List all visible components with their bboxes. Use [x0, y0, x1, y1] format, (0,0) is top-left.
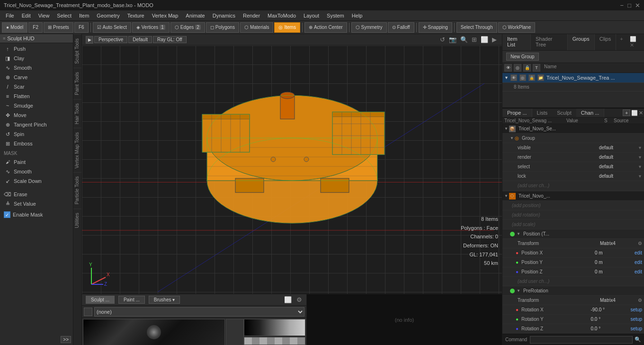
expand-arrow-main[interactable]: ▼ — [504, 75, 509, 80]
sculpt-tab-btn[interactable]: Sculpt ... — [86, 296, 115, 304]
rot-y-setup-link[interactable]: setup — [631, 317, 642, 322]
prop-row-add-pos[interactable]: (add position) — [502, 201, 644, 210]
viewport-zoom-btn[interactable]: 🔍 — [459, 36, 469, 43]
workplane-btn[interactable]: ⬡ WorkPlane — [498, 22, 536, 33]
menu-dynamics[interactable]: Dynamics — [209, 10, 239, 20]
brushes-tab-btn[interactable]: Brushes ▾ — [149, 296, 180, 304]
props-tab-prope[interactable]: Prope ... — [502, 109, 532, 117]
item-row-main[interactable]: ▼ 👁 ◎ 🔒 📁 Tricel_Novo_Sewage_Trea ... — [502, 73, 644, 83]
dropdown-arrow-render[interactable]: ▼ — [638, 155, 642, 160]
tool-move[interactable]: Move — [0, 110, 73, 120]
dropdown-arrow-lock[interactable]: ▼ — [638, 174, 642, 179]
mode-f2-btn[interactable]: F2 — [28, 22, 43, 33]
props-expand-btn[interactable]: ⬜ — [631, 109, 638, 116]
viewport-expand-btn[interactable]: ▶ — [491, 36, 498, 43]
tool-paint[interactable]: Paint — [0, 157, 73, 167]
tab-groups[interactable]: Groups — [568, 34, 595, 50]
prop-row-transform[interactable]: Transform Matrix4 ⚙ — [502, 239, 644, 248]
new-group-btn[interactable]: New Group — [506, 53, 539, 61]
tab-clips[interactable]: Clips — [595, 34, 616, 50]
viewport-maximize-btn[interactable]: ⬜ — [479, 36, 490, 43]
tool-emboss[interactable]: Emboss — [0, 139, 73, 148]
prop-row-lock[interactable]: lock default ▼ — [502, 172, 644, 181]
prop-row-rot-y[interactable]: ● Rotation Y 0.0 ° setup — [502, 315, 644, 324]
tool-scale-down[interactable]: Scale Down — [0, 176, 73, 186]
pos-z-edit-link[interactable]: edit — [635, 269, 642, 274]
brush-dropdown[interactable]: (none) — [94, 307, 304, 317]
tool-smudge[interactable]: Smudge — [0, 101, 73, 110]
tool-scar[interactable]: Scar — [0, 82, 73, 91]
more-tools-btn[interactable]: >> — [61, 336, 71, 343]
maximize-btn[interactable]: □ — [627, 2, 631, 9]
minimize-btn[interactable]: − — [620, 2, 624, 9]
menu-select[interactable]: Select — [53, 10, 75, 20]
gear-icon-transform2[interactable]: ⚙ — [638, 298, 642, 303]
expand-right-panel[interactable]: ⬜ ✕ — [627, 34, 644, 50]
perspective-btn[interactable]: Perspective — [94, 36, 127, 43]
style-btn[interactable]: Default — [128, 36, 152, 43]
bottom-settings-btn[interactable]: ⚙ — [295, 296, 304, 303]
props-tab-sculpt[interactable]: Sculpt — [552, 109, 576, 117]
dropdown-arrow-select[interactable]: ▼ — [638, 164, 642, 169]
prop-row-add-user[interactable]: (add user ch...) — [502, 181, 644, 191]
enable-mask-checkbox[interactable]: ✓ — [4, 211, 10, 218]
prop-row-add-rot[interactable]: (add rotation) — [502, 210, 644, 220]
prop-row-select[interactable]: select default ▼ — [502, 162, 644, 172]
bottom-expand-btn[interactable]: ⬜ — [283, 296, 293, 303]
props-add-btn[interactable]: + — [623, 109, 630, 116]
auto-select-btn[interactable]: ☑ Auto Select — [93, 22, 131, 33]
polygons-btn[interactable]: ◻ Polygons — [206, 22, 239, 33]
prop-row-transform2[interactable]: Transform Matrix4 ⚙ — [502, 296, 644, 305]
gear-icon-transform[interactable]: ⚙ — [638, 241, 642, 246]
tool-carve[interactable]: Carve — [0, 73, 73, 82]
eye-icon-main[interactable]: 👁 — [510, 74, 517, 81]
rot-z-setup-link[interactable]: setup — [631, 326, 642, 331]
side-tab-hair-tools[interactable]: Hair Tools — [73, 99, 81, 128]
tool-push[interactable]: Push — [0, 44, 73, 54]
falloff-btn[interactable]: ⊙ Falloff — [388, 22, 414, 33]
snapping-btn[interactable]: ✛ Snapping — [419, 22, 452, 33]
add-tab-btn[interactable]: + — [616, 34, 626, 50]
prop-row-rot-z[interactable]: ● Rotation Z 0.0 ° setup — [502, 324, 644, 334]
tool-smooth-2[interactable]: Smooth — [0, 167, 73, 176]
menu-texture[interactable]: Texture — [124, 10, 148, 20]
tool-flatten[interactable]: Flatten — [0, 91, 73, 101]
tool-smooth-1[interactable]: Smooth — [0, 63, 73, 73]
close-btn[interactable]: ✕ — [635, 2, 640, 9]
lock-icon-main[interactable]: 🔒 — [528, 74, 535, 81]
prop-row-render[interactable]: render default ▼ — [502, 153, 644, 162]
prop-row-root[interactable]: ▼ 📦 Tricel_Novo_Se... — [502, 124, 644, 134]
tool-clay[interactable]: Clay — [0, 54, 73, 63]
menu-geometry[interactable]: Geometry — [93, 10, 123, 20]
items-btn[interactable]: ◎ Items — [274, 22, 300, 33]
mode-model-btn[interactable]: ● Model — [2, 22, 27, 33]
edges-btn[interactable]: ⬡ Edges 2 — [170, 22, 205, 33]
rot-x-setup-link[interactable]: setup — [631, 307, 642, 312]
menu-edit[interactable]: Edit — [18, 10, 35, 20]
tab-shader-tree[interactable]: Shader Tree — [531, 34, 568, 50]
menu-item[interactable]: Item — [75, 10, 93, 20]
mode-presets-btn[interactable]: ⊞ Presets — [44, 22, 73, 33]
menu-help[interactable]: Help — [348, 10, 367, 20]
render-icon-main[interactable]: ◎ — [519, 74, 526, 81]
props-tab-chan[interactable]: Chan ... — [576, 109, 605, 117]
menu-maxtomodo[interactable]: MaxToModo — [264, 10, 300, 20]
tool-set-value[interactable]: Set Value — [0, 199, 73, 209]
side-tab-vertex-map[interactable]: Vertex Map Tools — [73, 128, 81, 172]
window-controls[interactable]: − □ ✕ — [620, 2, 640, 9]
prop-row-pos-x[interactable]: ● Position X 0 m edit — [502, 248, 644, 258]
viewport-3d[interactable]: X Y Z 8 Items Polygons : Face Channels: … — [82, 45, 502, 294]
prop-row-visible[interactable]: visible default ▼ — [502, 143, 644, 153]
prop-row-pos-y[interactable]: ● Position Y 0 m edit — [502, 258, 644, 267]
pos-x-edit-link[interactable]: edit — [635, 250, 642, 255]
ray-gl-btn[interactable]: Ray GL: Off — [153, 36, 187, 43]
viewport-rotate-btn[interactable]: ↺ — [438, 36, 447, 43]
side-tab-sculpt-tools[interactable]: Sculpt Tools — [73, 34, 81, 68]
command-input[interactable] — [530, 336, 633, 344]
menu-vertex-map[interactable]: Vertex Map — [148, 10, 182, 20]
side-tab-paint-tools[interactable]: Paint Tools — [73, 68, 81, 99]
pos-y-edit-link[interactable]: edit — [635, 260, 642, 265]
menu-view[interactable]: View — [35, 10, 54, 20]
symmetry-btn[interactable]: ⬡ Symmetry — [351, 22, 387, 33]
prop-row-rot-x[interactable]: ● Rotation X -90.0 ° setup — [502, 305, 644, 315]
